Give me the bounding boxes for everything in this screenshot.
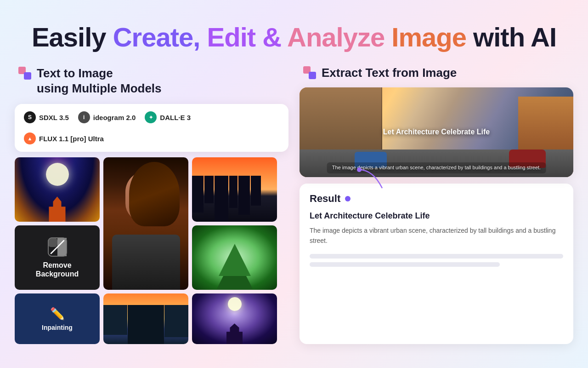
sdxl-icon: S	[24, 111, 36, 123]
hero-image: Image	[391, 22, 466, 52]
city2-image	[103, 293, 188, 344]
remove-bg-label: Remove Background	[36, 261, 79, 278]
street-scene-image: Let Architecture Celebrate Life The imag…	[300, 87, 573, 177]
sdxl-label: SDXL 3.5	[39, 114, 69, 121]
grid-cell-christmas[interactable]	[192, 225, 277, 290]
result-line-2	[310, 262, 500, 267]
extract-text-label: Extract Text from Image	[300, 66, 573, 80]
extract-text-icon	[303, 66, 316, 79]
svg-point-5	[357, 167, 362, 172]
hero-section: Easily Create, Edit & Analyze Image with…	[0, 0, 588, 66]
grid-cell-portrait[interactable]	[103, 157, 188, 290]
night-castle-image	[192, 293, 277, 344]
dalle-icon: ✦	[145, 111, 157, 123]
grid-cell-city2[interactable]	[103, 293, 188, 344]
left-column: Text to Image using Multiple Models S SD…	[15, 66, 288, 345]
ideogram-icon: i	[78, 111, 90, 123]
inpainting-label: Inpainting	[42, 324, 73, 331]
hero-edit: Edit &	[207, 22, 282, 52]
result-dot	[345, 196, 351, 201]
model-chip-flux[interactable]: ▲ FLUX 1.1 [pro] Ultra	[24, 132, 104, 144]
text-to-image-label: Text to Image using Multiple Models	[15, 66, 288, 97]
flux-label: FLUX 1.1 [pro] Ultra	[39, 135, 104, 143]
ideogram-label: ideogram 2.0	[93, 114, 136, 121]
result-extracted-desc: The image depicts a vibrant urban scene,…	[310, 225, 563, 246]
extract-image-card: Let Architecture Celebrate Life The imag…	[300, 87, 573, 177]
model-card: S SDXL 3.5 i ideogram 2.0 ✦ DALL·E 3 ▲ F…	[15, 104, 288, 152]
grid-cell-inpainting[interactable]: ✏️ Inpainting	[15, 293, 100, 344]
model-chip-dalle[interactable]: ✦ DALL·E 3	[145, 111, 191, 123]
grid-cell-night-castle[interactable]	[192, 293, 277, 344]
text-to-image-icon	[18, 67, 31, 80]
result-title: Result	[310, 193, 340, 205]
remove-bg-icon	[47, 237, 68, 257]
result-card: Result Let Architecture Celebrate Life T…	[300, 184, 573, 345]
portrait-image	[103, 157, 188, 290]
city-sunset-image	[192, 157, 277, 222]
grid-cell-fantasy-castle[interactable]	[15, 157, 100, 222]
result-extracted-title: Let Architecture Celebrate Life	[310, 211, 563, 221]
hero-create: Create,	[113, 22, 200, 52]
right-column: Extract Text from Image Let Architecture…	[300, 66, 573, 345]
grid-cell-remove-bg[interactable]: Remove Background	[15, 225, 100, 290]
grid-cell-city-sunset[interactable]	[192, 157, 277, 222]
hero-prefix: Easily	[32, 22, 113, 52]
dalle-label: DALL·E 3	[160, 114, 191, 121]
result-lines	[310, 254, 563, 267]
christmas-image	[192, 225, 277, 290]
hero-title: Easily Create, Edit & Analyze Image with…	[32, 22, 556, 52]
extract-text-title: Extract Text from Image	[322, 66, 457, 80]
text-to-image-title: Text to Image using Multiple Models	[37, 66, 162, 97]
svg-rect-1	[48, 238, 57, 247]
inpainting-icon: ✏️	[50, 307, 65, 321]
model-chip-ideogram[interactable]: i ideogram 2.0	[78, 111, 136, 123]
image-caption-title: Let Architecture Celebrate Life	[383, 128, 490, 136]
image-grid: Remove Background ✏️ Inpainting	[15, 157, 288, 344]
model-chip-sdxl[interactable]: S SDXL 3.5	[24, 111, 69, 123]
result-line-1	[310, 254, 563, 259]
hero-suffix: with AI	[466, 22, 556, 52]
result-header: Result	[310, 193, 563, 205]
flux-icon: ▲	[24, 132, 36, 144]
fantasy-castle-image	[15, 157, 100, 222]
features-row: Text to Image using Multiple Models S SD…	[0, 66, 588, 345]
svg-rect-2	[57, 238, 67, 256]
hero-analyze: Analyze	[287, 22, 384, 52]
